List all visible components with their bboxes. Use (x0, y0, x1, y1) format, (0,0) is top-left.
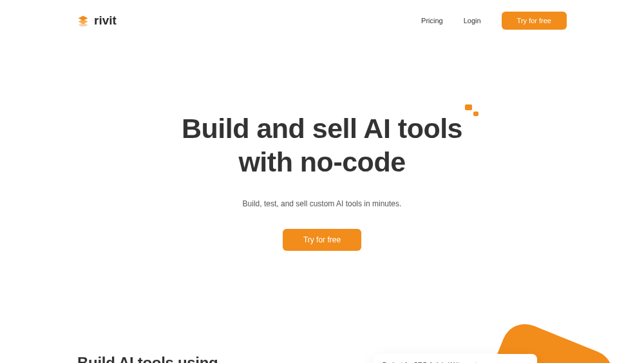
header: rivit Pricing Login Try for free (77, 0, 567, 41)
logo-icon (77, 15, 89, 26)
nav-login[interactable]: Login (464, 17, 481, 25)
section-toolkit-title: Build AI tools using our all-in-one tool… (77, 354, 222, 363)
hero-cta-button[interactable]: Try for free (283, 229, 361, 251)
nav-pricing[interactable]: Pricing (421, 17, 443, 25)
hero-title-line2: with no-code (238, 146, 405, 177)
hero-title-line1: Build and sell AI tools (182, 113, 462, 144)
hero: Build and sell AI tools with no-code Bui… (0, 112, 644, 251)
logo[interactable]: rivit (77, 14, 117, 28)
section-toolkit: Build AI tools using our all-in-one tool… (77, 354, 567, 363)
hero-title: Build and sell AI tools with no-code (182, 112, 462, 179)
logo-text: rivit (94, 14, 117, 28)
preview-card: Project 1 - SEO Article Writer Input Top… (374, 354, 537, 363)
nav-cta-button[interactable]: Try for free (502, 12, 567, 30)
preview-wrap: Project 1 - SEO Article Writer Input Top… (374, 354, 567, 363)
hero-cta: Try for free (0, 229, 644, 251)
accent-squares-icon (465, 104, 480, 117)
hero-subtitle: Build, test, and sell custom AI tools in… (0, 199, 644, 208)
section-toolkit-title-line1: Build AI tools using (77, 354, 218, 363)
nav: Pricing Login Try for free (421, 12, 567, 30)
